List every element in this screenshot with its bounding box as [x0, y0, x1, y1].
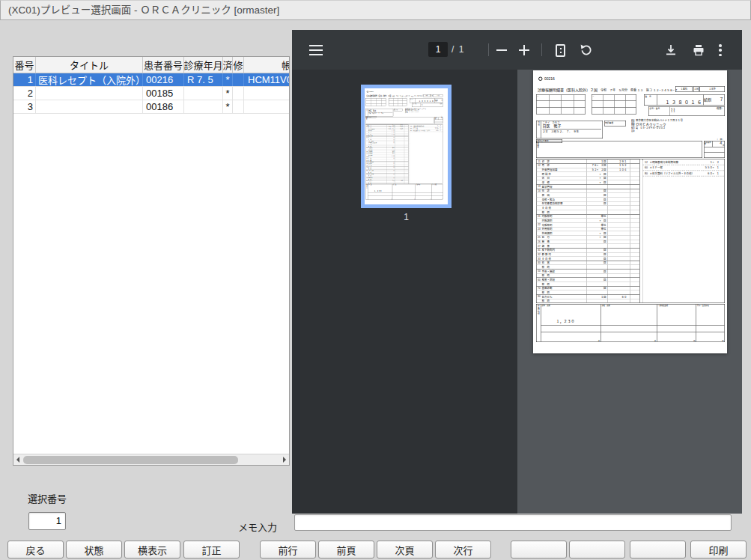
- insurer-box: 番 号 １３８０１６ 給割 ７: [644, 94, 725, 106]
- tekiyo-col: 12 ＊明細書発行体制等加算 １× ２ 60 ＊ＥＦ一般 ５５０× １ 80: [410, 125, 443, 184]
- total-points: １，２３０: [374, 190, 382, 192]
- cell-no: 1: [13, 73, 36, 86]
- tokki-box: 特記事項: [394, 109, 403, 111]
- table-header: 番号 タイトル 患者番号 診療年月 済 修 帳票名: [13, 57, 290, 73]
- cell-no: 2: [13, 87, 36, 100]
- prev-page-button[interactable]: 前頁: [318, 541, 374, 559]
- patient-box: 氏名 ニチイ カモコ 日医 鴨子 ２女 ３昭５２． ７． ９生: [536, 121, 603, 139]
- horizontal-scrollbar[interactable]: [13, 454, 289, 465]
- cell-month: [184, 100, 223, 113]
- clinic-tel: 電 ０３−２９４６−０００２: [407, 112, 440, 112]
- form-title: 診療報酬明細書（医科入院外）２国 令和 ７年 ５月分 県番 １３ 医コ １２−３…: [366, 95, 424, 97]
- total-points: １，２３０: [556, 319, 575, 323]
- header-no: 番号: [13, 57, 36, 73]
- header-fix: 修: [233, 57, 244, 73]
- summary-table: 療養の給付 請求 点数 １，２３０ 決定 点数 一部負担金額 食事・生活療養: [536, 304, 725, 342]
- branch-label: （枝番）: [431, 103, 443, 107]
- cell-form: [244, 87, 290, 100]
- scroll-left-arrow[interactable]: [16, 457, 19, 463]
- pdf-thumbnail-label: 1: [361, 212, 451, 222]
- receipt-form: 00216 診療報酬明細書（医科入院外）２国 令和 ７年 ５月分 県番 １３ 医…: [365, 88, 444, 204]
- ratio-box: 給割 ７: [434, 98, 443, 103]
- pdf-thumbnail-page: 00216 診療報酬明細書（医科入院外）２国 令和 ７年 ５月分 県番 １３ 医…: [365, 88, 448, 204]
- insurer-label: 番 号: [410, 98, 416, 103]
- kouhi-grid-2: −: [592, 94, 636, 115]
- correct-button[interactable]: 訂正: [183, 541, 240, 559]
- table-row[interactable]: 2 00185 *: [13, 87, 290, 100]
- cell-fix: [233, 87, 244, 100]
- tekiyo-entry: 12 ＊明細書発行体制等加算 １× ２: [643, 159, 725, 165]
- disease-label: 傷病名: [366, 118, 367, 120]
- tekiyo-entry: 80 ＊処方箋料（リフィル以外・その他） ６０× １: [643, 171, 725, 177]
- cell-patient: 00216: [143, 73, 184, 86]
- tekiyo-entry: 80 ＊処方箋料（リフィル以外・その他） ６０× １: [410, 130, 443, 132]
- header-patient: 患者番号: [143, 57, 184, 73]
- page-number-input[interactable]: 1: [428, 42, 448, 57]
- cell-form: [244, 100, 290, 113]
- blank-button-3[interactable]: [630, 541, 686, 559]
- cell-form: HCM11V0: [244, 73, 290, 86]
- fit-page-icon[interactable]: [556, 44, 565, 57]
- symbol-box: 記号・番号 ５１１１ （枝番）: [648, 106, 725, 116]
- point-table: 11 初 診 １回 ２９１ 12 再 診 ７６× ２回 １５２: [366, 125, 409, 184]
- doc-circle-icon: [367, 91, 368, 92]
- menu-icon[interactable]: [309, 45, 323, 55]
- type-box-1: １医科: [423, 95, 430, 97]
- window-title: (XC01)プレビュー選択画面 - ＯＲＣＡクリニック [ormaster]: [0, 0, 751, 20]
- branch-label: （枝番）: [696, 107, 725, 116]
- scrollbar-thumb[interactable]: [23, 456, 238, 464]
- blank-button-2[interactable]: [569, 541, 625, 559]
- cell-done: *: [223, 100, 233, 113]
- ratio-box: 給割 ７: [704, 95, 725, 106]
- symbol-box: 記号・番号 ５１１１ （枝番）: [412, 103, 443, 107]
- ratio-label: 給割: [434, 100, 437, 101]
- tekiyo-entry: 60 ＊ＥＦ一般 ５５０× １: [643, 165, 725, 171]
- beds-label: （ 床）: [716, 138, 725, 140]
- main-table: 11 初 診 １回 ２９１ 12 再 診 ７６× ２回 １５２: [536, 159, 725, 303]
- header-done: 済: [223, 57, 233, 73]
- days-box: 診療実日数 ４ 日: [704, 141, 725, 158]
- insurer-number: １３８０１６: [657, 100, 704, 106]
- header-form: 帳票名: [244, 57, 290, 73]
- scroll-right-arrow[interactable]: [283, 457, 286, 463]
- cell-done: *: [223, 87, 233, 100]
- cell-month: R 7. 5: [184, 73, 223, 86]
- doc-circle-icon: [538, 77, 543, 82]
- cell-done: *: [223, 73, 233, 86]
- selection-number-input[interactable]: 1: [28, 512, 66, 530]
- symbol-values: ５１１１: [670, 107, 696, 116]
- pdf-viewer: 00216 診療報酬明細書（医科入院外）２国 令和 ７年 ５月分 県番 １３ 医…: [292, 30, 742, 514]
- page-total: / 1: [451, 42, 463, 57]
- zoom-out-icon[interactable]: [496, 49, 507, 51]
- patient-info: ニチイ カモコ 日医 鴨子 ２女 ３昭５２． ７． ９生: [541, 121, 603, 139]
- rotate-icon[interactable]: [580, 44, 592, 56]
- next-row-button[interactable]: 次行: [435, 541, 491, 559]
- clinic-tel: 電 ０３−２９４６−０００２: [636, 127, 716, 129]
- table-row[interactable]: 3 00186 *: [13, 100, 290, 114]
- prev-row-button[interactable]: 前行: [260, 541, 316, 559]
- point-row: 薬 剤: [537, 299, 640, 303]
- pdf-page: 00216 診療報酬明細書（医科入院外）２国 令和 ７年 ５月分 県番 １３ 医…: [533, 70, 727, 353]
- back-button[interactable]: 戻る: [7, 541, 64, 559]
- print-button[interactable]: 印刷: [690, 541, 747, 559]
- patient-sexbirth: ２女 ３昭５２． ７． ９生: [543, 129, 602, 133]
- table-row[interactable]: 1 医科レセプト（入院外） 00216 R 7. 5 * HCM11V0: [13, 73, 290, 87]
- selection-number-label: 選択番号: [28, 491, 67, 505]
- next-page-button[interactable]: 次頁: [377, 541, 433, 559]
- more-options-icon[interactable]: [719, 44, 722, 56]
- cell-title: [36, 87, 143, 100]
- horizontal-view-button[interactable]: 横表示: [124, 541, 180, 559]
- pdf-toolbar: 1 / 1: [292, 30, 742, 70]
- symbol-label: 記号・番号: [412, 103, 420, 107]
- pdf-thumbnail[interactable]: 00216 診療報酬明細書（医科入院外）２国 令和 ７年 ５月分 県番 １３ 医…: [361, 85, 451, 208]
- insurer-box: 番 号 １３８０１６ 給割 ７: [410, 98, 443, 103]
- print-icon[interactable]: [693, 44, 705, 56]
- blank-button-1[interactable]: [511, 541, 567, 559]
- download-icon[interactable]: [665, 44, 677, 56]
- status-button[interactable]: 状態: [66, 541, 122, 559]
- memo-input[interactable]: [294, 514, 732, 531]
- type-box-3: １本外: [433, 95, 443, 97]
- patient-box: 氏名 ニチイ カモコ 日医 鴨子 ２女 ３昭５２． ７． ９生: [366, 109, 393, 116]
- doc-number: 00216: [369, 91, 374, 92]
- ratio-value: ７: [719, 97, 724, 103]
